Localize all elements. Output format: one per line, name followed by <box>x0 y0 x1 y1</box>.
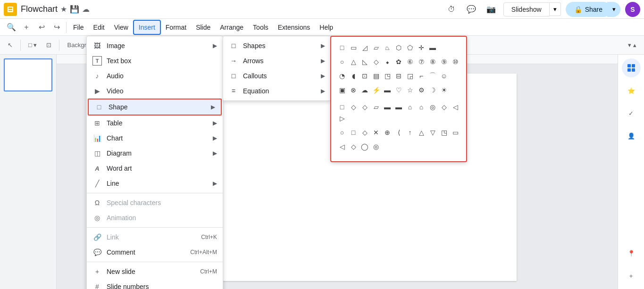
arrow-box[interactable]: □ <box>348 127 359 138</box>
shape-smiley[interactable]: ☺ <box>439 71 449 81</box>
arrow-quad[interactable]: ⌂ <box>405 102 415 112</box>
shape-diamond[interactable]: ◇ <box>371 57 381 67</box>
drive-icon[interactable]: 💾 <box>70 5 79 14</box>
share-button[interactable]: 🔒 Share <box>566 2 611 17</box>
menu-view[interactable]: View <box>109 21 133 34</box>
menu-item-slide-numbers[interactable]: # Slide numbers <box>87 279 223 289</box>
menu-item-comment[interactable]: 💬 Comment Ctrl+Alt+M <box>87 245 223 260</box>
redo-icon[interactable]: ↪ <box>49 20 64 35</box>
arrow-cross[interactable]: ◇ <box>360 127 370 138</box>
slideshow-dropdown[interactable]: ▾ <box>550 2 561 16</box>
shape-bracket[interactable]: ⌒ <box>427 71 438 81</box>
shape-cloud[interactable]: ☁ <box>360 85 370 95</box>
arrow-chevron[interactable]: ◁ <box>450 102 460 112</box>
shape-diamond2[interactable]: ⬥ <box>382 57 393 67</box>
arrow-x[interactable]: ✕ <box>371 127 381 138</box>
shape-right-triangle[interactable]: ◺ <box>360 57 370 67</box>
shape-submenu-equation[interactable]: = Equation ▶ <box>223 83 331 99</box>
shape-lightning[interactable]: ⚡ <box>371 85 381 95</box>
right-panel-star-icon[interactable]: ⭐ <box>622 81 641 100</box>
shape-snip-rect[interactable]: ◿ <box>360 42 370 53</box>
arrow-tri-down[interactable]: ▽ <box>427 127 438 138</box>
shape-sun[interactable]: ☀ <box>439 85 449 95</box>
menu-item-shape[interactable]: □ Shape ▶ <box>88 99 222 116</box>
menu-item-table[interactable]: ⊞ Table ▶ <box>87 116 223 131</box>
arrow-diamond2[interactable]: ◇ <box>348 141 359 152</box>
shape-submenu-shapes[interactable]: □ Shapes ▶ <box>223 38 331 53</box>
shape-rectangle[interactable]: □ <box>337 42 347 53</box>
arrow-updown[interactable]: ▬ <box>393 102 404 112</box>
undo-icon[interactable]: ↩ <box>34 20 49 35</box>
menu-item-audio[interactable]: ♪ Audio <box>87 68 223 83</box>
shape-trapezoid[interactable]: ⏢ <box>382 42 393 53</box>
slide-thumbnail[interactable] <box>4 58 52 91</box>
shape-cross[interactable]: ✛ <box>416 42 427 53</box>
shape-brace[interactable]: ⌐ <box>416 71 427 81</box>
shape-hexagon[interactable]: ⬡ <box>393 42 404 53</box>
arrow-oval[interactable]: ◯ <box>360 141 370 152</box>
doc-title[interactable]: Flowchart <box>21 4 58 14</box>
zoom-icon[interactable]: + <box>19 20 34 35</box>
menu-edit[interactable]: Edit <box>89 21 109 34</box>
menu-extensions[interactable]: Extensions <box>273 21 315 34</box>
right-panel-sheets-icon[interactable] <box>622 58 641 77</box>
menu-file[interactable]: File <box>68 21 89 34</box>
shape-stadium[interactable]: ▬ <box>427 42 438 53</box>
shape-triangle[interactable]: △ <box>348 57 359 67</box>
menu-item-image[interactable]: 🖼 Image ▶ <box>87 38 223 53</box>
menu-item-chart[interactable]: 📊 Chart ▶ <box>87 131 223 146</box>
shape-star[interactable]: ☆ <box>405 85 415 95</box>
shape-circlenum9[interactable]: ⑨ <box>439 57 449 67</box>
right-panel-check-icon[interactable]: ✓ <box>622 104 641 123</box>
arrow-striped[interactable]: ○ <box>337 127 347 138</box>
comment-icon[interactable]: 💬 <box>464 2 479 17</box>
shape-gear[interactable]: ⚙ <box>416 85 427 95</box>
menu-item-textbox[interactable]: T Text box <box>87 53 223 68</box>
arrow-back[interactable]: ◁ <box>337 141 347 152</box>
menu-arrange[interactable]: Arrange <box>215 21 248 34</box>
shape-circlenum8[interactable]: ⑧ <box>427 57 438 67</box>
menu-item-word-art[interactable]: A Word art <box>87 161 223 176</box>
shape-cube[interactable]: ◲ <box>405 71 415 81</box>
menu-tools[interactable]: Tools <box>248 21 273 34</box>
app-logo[interactable] <box>4 3 17 16</box>
arrow-left[interactable]: ◇ <box>348 102 359 112</box>
right-panel-person-icon[interactable]: 👤 <box>622 126 641 145</box>
presenter-notes-toggle[interactable]: ▾ ▴ <box>624 40 640 50</box>
shape-folder[interactable]: ▤ <box>371 71 381 81</box>
search-icon[interactable]: 🔍 <box>4 20 19 35</box>
history-icon[interactable]: ⏱ <box>444 2 459 17</box>
arrow-pill[interactable]: ◎ <box>371 141 381 152</box>
menu-item-new-slide[interactable]: + New slide Ctrl+M <box>87 264 223 279</box>
shape-circlenum7[interactable]: ⑦ <box>416 57 427 67</box>
shape-half[interactable]: ◖ <box>348 71 359 81</box>
arrow-up2[interactable]: ↑ <box>405 127 415 138</box>
shape-heart[interactable]: ♡ <box>393 85 404 95</box>
shape-flower[interactable]: ✿ <box>393 57 404 67</box>
arrow-circle[interactable]: ◎ <box>427 102 438 112</box>
shape-cylinder[interactable]: ⊟ <box>393 71 404 81</box>
shape-rounded-rect[interactable]: ▭ <box>348 42 359 53</box>
menu-slide[interactable]: Slide <box>191 21 215 34</box>
shape-submenu-arrows[interactable]: → Arrows ▶ <box>223 53 331 68</box>
toolbar-cursor[interactable]: ↖ <box>4 40 17 50</box>
right-panel-add-icon[interactable]: + <box>622 266 641 285</box>
shape-frame[interactable]: ⊡ <box>360 71 370 81</box>
slideshow-button[interactable]: Slideshow <box>503 2 550 17</box>
arrow-down[interactable]: ▱ <box>371 102 381 112</box>
arrow-corner[interactable]: ◳ <box>439 127 449 138</box>
star-icon[interactable]: ★ <box>60 5 67 14</box>
menu-item-diagram[interactable]: ◫ Diagram ▶ <box>87 146 223 161</box>
arrow-rect[interactable]: ▭ <box>450 127 460 138</box>
shape-no[interactable]: ⊗ <box>348 85 359 95</box>
shape-submenu-callouts[interactable]: □ Callouts ▶ <box>223 68 331 83</box>
arrow-curved[interactable]: ⌂ <box>416 102 427 112</box>
cloud-icon[interactable]: ☁ <box>82 5 90 14</box>
toolbar-shape-tool[interactable]: □ ▾ <box>25 40 41 50</box>
menu-help[interactable]: Help <box>315 21 338 34</box>
camera-icon[interactable]: 📷 <box>484 2 499 17</box>
shape-document[interactable]: ◳ <box>382 71 393 81</box>
arrow-right[interactable]: □ <box>337 102 347 112</box>
shape-circlenum10[interactable]: ⑩ <box>450 57 460 67</box>
right-panel-maps-icon[interactable]: 📍 <box>622 244 641 263</box>
